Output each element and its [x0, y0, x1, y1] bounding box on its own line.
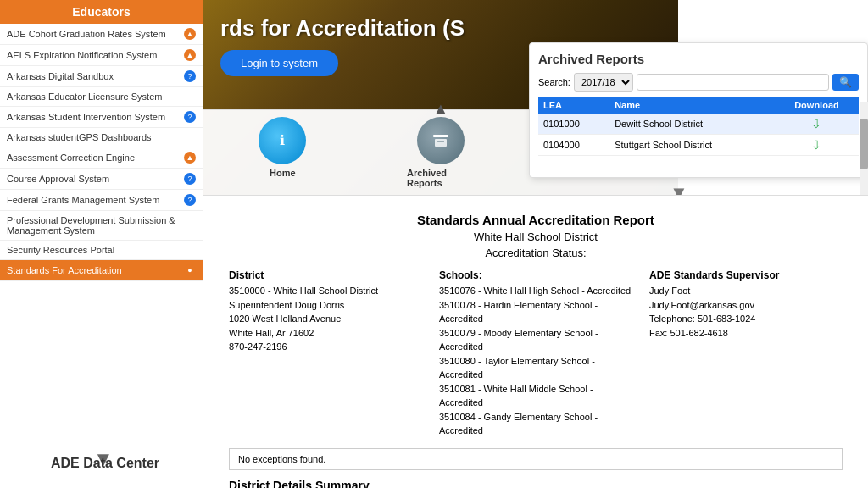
doc-title: Standards Annual Accreditation Report	[229, 213, 843, 227]
doc-columns: District 3510000 - White Hall School Dis…	[229, 269, 843, 438]
sidebar-item-label-5: Arkansas studentGPS Dashboards	[7, 132, 196, 142]
home-label: Home	[270, 168, 296, 178]
sidebar-item-11[interactable]: Standards For Accreditation●	[0, 260, 203, 281]
report-row-0[interactable]: 0101000Dewitt School District⇩	[538, 114, 859, 135]
download-cell[interactable]: ⇩	[775, 135, 859, 156]
sidebar: Educators ADE Cohort Graduation Rates Sy…	[0, 0, 203, 488]
sidebar-item-10[interactable]: Security Resources Portal	[0, 241, 203, 260]
sidebar-item-1[interactable]: AELS Expiration Notification System▲	[0, 45, 203, 66]
svg-rect-4	[437, 141, 444, 142]
svg-rect-2	[433, 135, 448, 137]
download-icon[interactable]: ⇩	[780, 117, 854, 130]
nav-home[interactable]: ℹ Home	[248, 117, 316, 188]
archive-label: Archived Reports	[407, 168, 475, 188]
sidebar-item-2[interactable]: Arkansas Digital Sandbox?	[0, 66, 203, 87]
nav-archive[interactable]: ▲ Archived Reports	[407, 117, 475, 188]
supervisor-lines: Judy FootJudy.Foot@arkansas.govTelephone…	[649, 284, 843, 340]
sidebar-item-label-2: Arkansas Digital Sandbox	[7, 71, 184, 81]
main-content: rds for Accreditation (S Login to system…	[203, 0, 868, 488]
search-row: Search: 2017/18 🔍	[538, 73, 859, 92]
schools-lines: 3510076 - White Hall High School - Accre…	[439, 284, 632, 438]
search-input[interactable]	[637, 74, 829, 91]
sidebar-item-5[interactable]: Arkansas studentGPS Dashboards	[0, 128, 203, 147]
scrollbar-thumb[interactable]	[860, 119, 868, 169]
sidebar-badge-6: ▲	[184, 152, 196, 164]
details-title: District Details Summary	[229, 479, 843, 489]
download-icon[interactable]: ⇩	[780, 138, 854, 152]
supervisor-col: ADE Standards Supervisor Judy FootJudy.F…	[649, 269, 843, 438]
ade-data-center-label: ADE Data Center	[51, 456, 159, 471]
supervisor-label: ADE Standards Supervisor	[649, 269, 843, 281]
sidebar-item-7[interactable]: Course Approval System?	[0, 169, 203, 190]
archived-reports-panel: Archived Reports Search: 2017/18 🔍 LEA N…	[529, 42, 868, 178]
report-row-1[interactable]: 0104000Stuttgart School District⇩	[538, 135, 859, 156]
lea-cell: 0101000	[538, 114, 609, 135]
sidebar-badge-0: ▲	[184, 28, 196, 40]
archive-arrow: ▲	[433, 100, 448, 118]
no-exceptions-box: No exceptions found.	[229, 448, 843, 470]
archived-reports-title: Archived Reports	[538, 52, 859, 66]
sidebar-item-label-8: Federal Grants Management System	[7, 195, 184, 205]
download-cell[interactable]: ⇩	[775, 114, 859, 135]
sidebar-item-6[interactable]: Assessment Correction Engine▲	[0, 147, 203, 169]
sidebar-item-8[interactable]: Federal Grants Management System?	[0, 190, 203, 211]
sidebar-item-label-1: AELS Expiration Notification System	[7, 50, 184, 60]
sidebar-badge-7: ?	[184, 173, 196, 185]
login-button[interactable]: Login to system	[220, 50, 338, 76]
year-select[interactable]: 2017/18	[574, 73, 633, 92]
sidebar-badge-4: ?	[184, 111, 196, 123]
doc-status: Accreditation Status:	[229, 247, 843, 259]
sidebar-item-label-6: Assessment Correction Engine	[7, 152, 184, 163]
sidebar-item-9[interactable]: Professional Development Submission & Ma…	[0, 211, 203, 241]
sidebar-item-0[interactable]: ADE Cohort Graduation Rates System▲	[0, 24, 203, 45]
col-download: Download	[775, 97, 859, 114]
search-button[interactable]: 🔍	[832, 74, 859, 91]
sidebar-items: ADE Cohort Graduation Rates System▲AELS …	[0, 24, 203, 281]
sidebar-item-label-4: Arkansas Student Intervention System	[7, 112, 184, 122]
sidebar-header: Educators	[0, 0, 203, 24]
district-label: District	[229, 269, 422, 281]
sidebar-item-label-0: ADE Cohort Graduation Rates System	[7, 29, 184, 39]
col-name: Name	[609, 97, 775, 114]
sidebar-badge-2: ?	[184, 70, 196, 82]
col-lea: LEA	[538, 97, 609, 114]
reports-tbody: 0101000Dewitt School District⇩0104000Stu…	[538, 114, 859, 156]
sidebar-badge-11: ●	[184, 264, 196, 276]
name-cell: Dewitt School District	[609, 114, 775, 135]
sidebar-badge-8: ?	[184, 194, 196, 206]
search-label: Search:	[538, 77, 570, 87]
schools-col: Schools: 3510076 - White Hall High Schoo…	[439, 269, 632, 438]
home-svg: ℹ	[270, 129, 294, 152]
document-panel: Standards Annual Accreditation Report Wh…	[203, 195, 868, 488]
sidebar-item-4[interactable]: Arkansas Student Intervention System?	[0, 107, 203, 128]
sidebar-item-label-7: Course Approval System	[7, 174, 184, 184]
name-cell: Stuttgart School District	[609, 135, 775, 156]
sidebar-item-label-3: Arkansas Educator Licensure System	[7, 92, 196, 102]
sidebar-badge-1: ▲	[184, 49, 196, 61]
svg-text:ℹ: ℹ	[280, 133, 285, 147]
archive-svg	[428, 128, 453, 153]
home-icon: ℹ	[259, 117, 306, 164]
lea-cell: 0104000	[538, 135, 609, 156]
sidebar-item-label-11: Standards For Accreditation	[7, 265, 184, 275]
schools-label: Schools:	[439, 269, 632, 281]
district-lines: 3510000 - White Hall School DistrictSupe…	[229, 284, 422, 354]
sidebar-item-label-10: Security Resources Portal	[7, 245, 196, 255]
svg-rect-3	[435, 139, 447, 147]
doc-subtitle: White Hall School District	[229, 230, 843, 243]
archive-icon	[417, 117, 465, 164]
sidebar-item-label-9: Professional Development Submission & Ma…	[7, 215, 196, 236]
sidebar-item-3[interactable]: Arkansas Educator Licensure System	[0, 87, 203, 107]
reports-table: LEA Name Download 0101000Dewitt School D…	[538, 97, 859, 156]
district-col: District 3510000 - White Hall School Dis…	[229, 269, 422, 438]
